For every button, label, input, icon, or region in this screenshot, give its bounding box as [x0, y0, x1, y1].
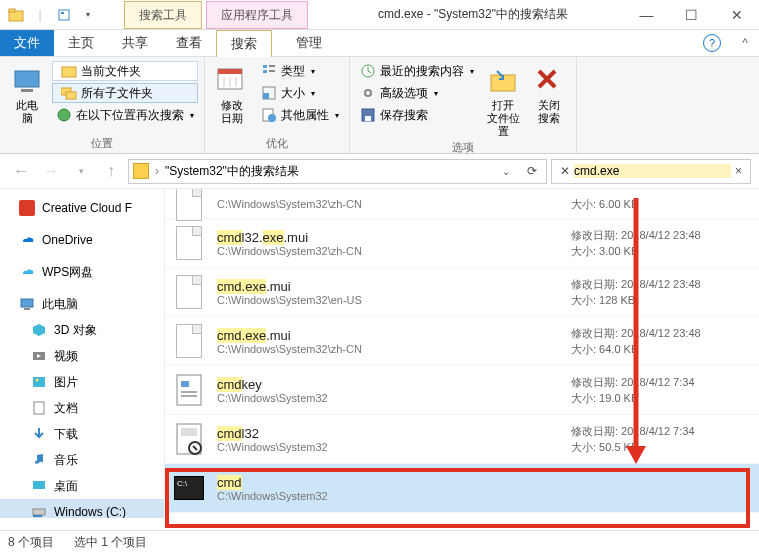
sidebar-item-desktop[interactable]: 桌面	[0, 473, 164, 499]
svg-rect-6	[62, 67, 76, 77]
result-info: cmd.exe.muiC:\Windows\System32\zh-CN	[217, 328, 571, 355]
sidebar-item-wps[interactable]: WPS网盘	[0, 259, 164, 285]
recent-searches-button[interactable]: 最近的搜索内容▾	[356, 61, 478, 81]
result-info: cmdC:\Windows\System32	[217, 475, 571, 502]
other-props-button[interactable]: 其他属性▾	[257, 105, 343, 125]
title-bar: | ▾ 搜索工具 应用程序工具 cmd.exe - "System32"中的搜索…	[0, 0, 759, 30]
main-area: Creative Cloud F OneDrive WPS网盘 此电脑 3D 对…	[0, 188, 759, 518]
svg-rect-4	[15, 71, 39, 87]
result-filename: cmdkey	[217, 377, 571, 392]
all-subfolders-button[interactable]: 所有子文件夹	[52, 83, 198, 103]
sidebar-item-pictures[interactable]: 图片	[0, 369, 164, 395]
svg-rect-36	[33, 481, 45, 489]
close-search-button[interactable]: 关闭 搜索	[528, 61, 570, 138]
close-button[interactable]: ✕	[714, 0, 759, 30]
save-search-button[interactable]: 保存搜索	[356, 105, 478, 125]
sidebar-item-videos[interactable]: 视频	[0, 343, 164, 369]
tab-manage[interactable]: 管理	[282, 30, 336, 56]
svg-rect-8	[66, 92, 76, 99]
minimize-button[interactable]: —	[624, 0, 669, 30]
collapse-ribbon-icon[interactable]: ^	[731, 36, 759, 50]
result-row[interactable]: cmdl32C:\Windows\System32修改日期: 2018/4/12…	[165, 415, 759, 464]
result-row[interactable]: cmd.exe.muiC:\Windows\System32\en-US修改日期…	[165, 268, 759, 317]
result-meta: 修改日期: 2018/4/12 23:48大小: 128 KB	[571, 276, 751, 308]
advanced-options-button[interactable]: 高级选项▾	[356, 83, 478, 103]
history-dropdown[interactable]: ▾	[68, 158, 94, 184]
chevron-down-icon: ▾	[311, 89, 315, 98]
result-meta: 修改日期: 2018/4/12 23:48大小: 64.0 KB	[571, 325, 751, 357]
qat-properties-icon[interactable]	[54, 5, 74, 25]
result-row[interactable]: cmd.exe.muiC:\Windows\System32\zh-CN修改日期…	[165, 317, 759, 366]
contextual-tabs: 搜索工具 应用程序工具	[124, 1, 312, 29]
result-row[interactable]: C:\Windows\System32\zh-CN大小: 6.00 KB	[165, 189, 759, 219]
result-filename: cmdl32	[217, 426, 571, 441]
app-tools-tab-header: 应用程序工具	[206, 1, 308, 29]
svg-rect-5	[21, 89, 33, 92]
result-meta: 修改日期: 2018/4/12 7:34大小: 19.0 KB	[571, 374, 751, 406]
sidebar-item-c-drive[interactable]: Windows (C:)	[0, 499, 164, 518]
tab-view[interactable]: 查看	[162, 30, 216, 56]
app1-icon	[173, 370, 205, 410]
open-location-button[interactable]: 打开 文件位置	[482, 61, 524, 138]
result-row[interactable]: cmdkeyC:\Windows\System32修改日期: 2018/4/12…	[165, 366, 759, 415]
open-folder-icon	[487, 65, 519, 97]
ribbon-tabs: 文件 主页 共享 查看 搜索 管理 ? ^	[0, 30, 759, 56]
list-icon	[261, 63, 277, 79]
result-filename: cmd.exe.mui	[217, 328, 571, 343]
result-info: cmd.exe.muiC:\Windows\System32\en-US	[217, 279, 571, 306]
tab-search[interactable]: 搜索	[216, 30, 272, 57]
sidebar-item-creative-cloud[interactable]: Creative Cloud F	[0, 195, 164, 221]
sidebar-item-3d[interactable]: 3D 对象	[0, 317, 164, 343]
forward-button[interactable]: →	[38, 158, 64, 184]
result-row[interactable]: cmdl32.exe.muiC:\Windows\System32\zh-CN修…	[165, 219, 759, 268]
maximize-button[interactable]: ☐	[669, 0, 714, 30]
ribbon: 此电 脑 当前文件夹 所有子文件夹 在以下位置再次搜索▾ 位置 修改 日期 类型…	[0, 56, 759, 154]
svg-rect-18	[269, 70, 275, 72]
clear-search-x[interactable]: ×	[731, 164, 746, 178]
size-button[interactable]: 大小▾	[257, 83, 343, 103]
sidebar-item-downloads[interactable]: 下载	[0, 421, 164, 447]
qat-chevron-icon[interactable]: ▾	[78, 5, 98, 25]
result-meta: 修改日期: 2018/4/12 23:48大小: 3.00 KB	[571, 227, 751, 259]
back-button[interactable]: ←	[8, 158, 34, 184]
svg-rect-17	[269, 65, 275, 67]
search-folder-icon	[133, 163, 149, 179]
chevron-down-icon: ▾	[434, 89, 438, 98]
ribbon-group-options: 最近的搜索内容▾ 高级选项▾ 保存搜索 打开 文件位置 关闭 搜索 选项	[350, 57, 577, 153]
tab-share[interactable]: 共享	[108, 30, 162, 56]
search-again-button[interactable]: 在以下位置再次搜索▾	[52, 105, 198, 125]
result-path: C:\Windows\System32	[217, 441, 571, 453]
address-dropdown[interactable]: ⌄	[496, 161, 516, 181]
search-input[interactable]	[574, 164, 731, 178]
svg-rect-39	[177, 375, 201, 405]
result-row[interactable]: cmdC:\Windows\System32	[165, 464, 759, 513]
exe-icon	[173, 468, 205, 508]
modify-date-button[interactable]: 修改 日期	[211, 61, 253, 134]
calendar-icon	[216, 65, 248, 97]
clock-icon	[360, 63, 376, 79]
search-box: ✕ ×	[551, 159, 751, 184]
sidebar-item-onedrive[interactable]: OneDrive	[0, 227, 164, 253]
clear-search-button[interactable]: ✕	[556, 164, 574, 178]
sidebar-item-music[interactable]: 音乐	[0, 447, 164, 473]
sidebar-item-this-pc[interactable]: 此电脑	[0, 291, 164, 317]
address-box[interactable]: › "System32"中的搜索结果 ⌄ ⟳	[128, 159, 547, 184]
result-info: cmdl32C:\Windows\System32	[217, 426, 571, 453]
refresh-button[interactable]: ⟳	[522, 161, 542, 181]
save-icon	[360, 107, 376, 123]
result-meta: 大小: 6.00 KB	[571, 196, 751, 212]
sidebar-item-documents[interactable]: 文档	[0, 395, 164, 421]
help-icon[interactable]: ?	[703, 34, 721, 52]
current-folder-button[interactable]: 当前文件夹	[52, 61, 198, 81]
kind-button[interactable]: 类型▾	[257, 61, 343, 81]
up-button[interactable]: ↑	[98, 158, 124, 184]
tab-file[interactable]: 文件	[0, 30, 54, 56]
navigation-pane: Creative Cloud F OneDrive WPS网盘 此电脑 3D 对…	[0, 189, 165, 518]
svg-rect-11	[218, 69, 242, 74]
this-pc-button[interactable]: 此电 脑	[6, 61, 48, 134]
tab-home[interactable]: 主页	[54, 30, 108, 56]
result-filename: cmd.exe.mui	[217, 279, 571, 294]
3d-icon	[30, 321, 48, 339]
quick-access-toolbar: | ▾	[0, 5, 104, 25]
group-label-location: 位置	[6, 134, 198, 153]
